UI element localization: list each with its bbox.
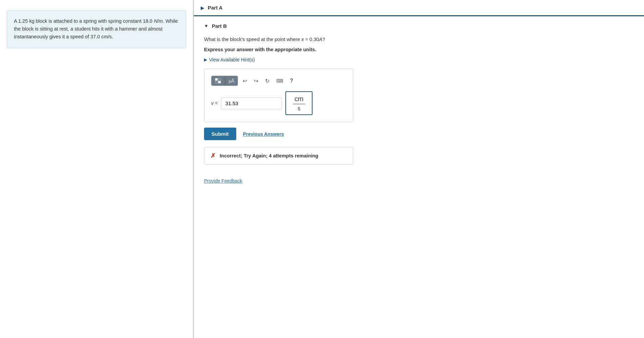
redo-button[interactable]: ↪ bbox=[252, 76, 260, 86]
error-text: Incorrect; Try Again; 4 attempts remaini… bbox=[220, 153, 318, 158]
instruction-text: Express your answer with the appropriate… bbox=[204, 47, 634, 52]
grid-button[interactable] bbox=[212, 76, 225, 86]
part-a-title: Part A bbox=[208, 5, 223, 11]
part-b-section: ▼ Part B What is the block's speed at th… bbox=[194, 16, 644, 190]
part-b-title: Part B bbox=[212, 23, 227, 29]
help-button[interactable]: ? bbox=[288, 76, 295, 85]
svg-rect-2 bbox=[215, 81, 218, 83]
previous-answers-link[interactable]: Previous Answers bbox=[243, 131, 284, 137]
keyboard-button[interactable]: ⌨ bbox=[274, 77, 285, 85]
unit-button[interactable]: μÅ bbox=[225, 76, 238, 86]
unit-divider bbox=[293, 104, 305, 104]
action-row: Submit Previous Answers bbox=[204, 128, 634, 140]
unit-box: cm s bbox=[285, 91, 313, 115]
format-btn-group: μÅ bbox=[211, 76, 238, 86]
undo-button[interactable]: ↩ bbox=[241, 76, 249, 86]
unit-denominator: s bbox=[293, 105, 305, 112]
svg-rect-0 bbox=[215, 78, 218, 80]
hint-link[interactable]: ▶ View Available Hint(s) bbox=[204, 57, 634, 62]
refresh-button[interactable]: ↻ bbox=[263, 76, 271, 86]
part-b-collapse-icon: ▼ bbox=[204, 23, 208, 29]
svg-rect-1 bbox=[218, 78, 221, 80]
input-row: v = cm s bbox=[211, 91, 346, 115]
submit-button[interactable]: Submit bbox=[204, 128, 236, 140]
question-text: What is the block's speed at the point w… bbox=[204, 36, 634, 43]
svg-rect-3 bbox=[218, 81, 221, 83]
problem-statement: A 1.25 kg block is attached to a spring … bbox=[7, 10, 186, 48]
part-a-expand-icon: ▶ bbox=[201, 5, 204, 11]
part-a-header[interactable]: ▶ Part A bbox=[194, 0, 644, 16]
hint-arrow-icon: ▶ bbox=[204, 57, 207, 62]
answer-input[interactable] bbox=[221, 97, 282, 109]
unit-numerator: cm bbox=[293, 95, 305, 103]
error-box: ✗ Incorrect; Try Again; 4 attempts remai… bbox=[204, 147, 353, 165]
answer-box: μÅ ↩ ↪ ↻ ⌨ ? v = cm s bbox=[204, 69, 353, 122]
right-panel: ▶ Part A ▼ Part B What is the block's sp… bbox=[194, 0, 644, 338]
input-label: v = bbox=[211, 100, 218, 106]
problem-text: A 1.25 kg block is attached to a spring … bbox=[14, 18, 178, 39]
feedback-link[interactable]: Provide Feedback bbox=[204, 178, 242, 184]
error-icon: ✗ bbox=[210, 152, 216, 159]
left-panel: A 1.25 kg block is attached to a spring … bbox=[0, 0, 193, 338]
toolbar: μÅ ↩ ↪ ↻ ⌨ ? bbox=[211, 76, 346, 86]
part-b-header[interactable]: ▼ Part B bbox=[204, 23, 634, 29]
mu-icon: μÅ bbox=[229, 78, 234, 83]
